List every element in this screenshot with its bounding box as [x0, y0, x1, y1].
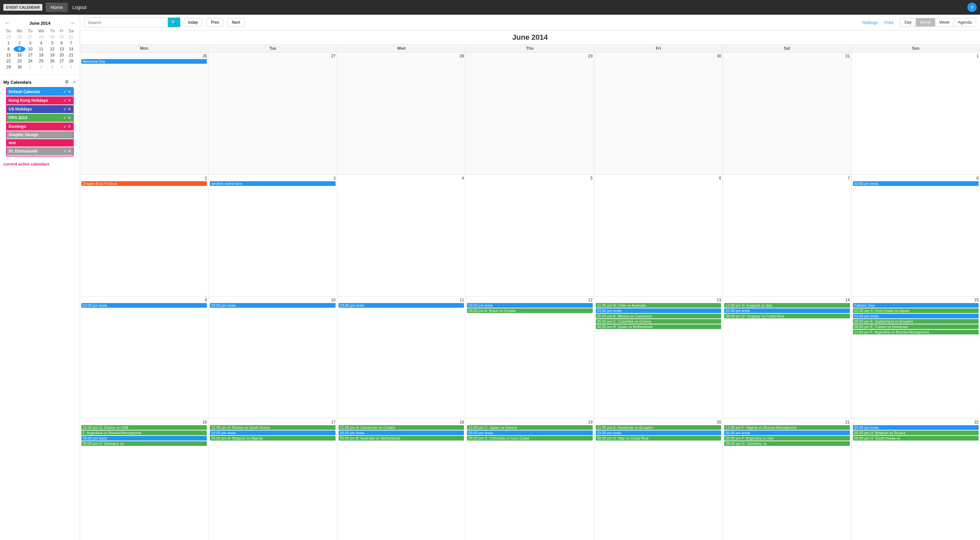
- event-pill[interactable]: Fathers' Day: [853, 303, 978, 308]
- nav-logout[interactable]: Logout: [68, 3, 91, 12]
- print-link[interactable]: Print: [885, 20, 894, 25]
- mini-cal-day[interactable]: 19: [48, 52, 57, 58]
- event-pill[interactable]: 11:00 pm H: Russia vs South Korea: [210, 425, 335, 430]
- cal-day-cell[interactable]: 1611:00 pm G: Ghana vs USAF: Argentina v…: [80, 419, 208, 540]
- event-pill[interactable]: 03:00 pm testa: [339, 303, 464, 308]
- help-button[interactable]: ?: [967, 3, 977, 12]
- mini-cal-day[interactable]: 31: [66, 34, 76, 40]
- cal-remove-icon[interactable]: ✕: [68, 124, 71, 129]
- event-pill[interactable]: 08:00 pm H: South Korea vs: [853, 436, 978, 441]
- calendar-item[interactable]: Dr. Emmanuelli ✓ ✕: [7, 147, 73, 155]
- view-tab-agenda[interactable]: Agenda: [954, 18, 976, 26]
- cal-remove-icon[interactable]: ✕: [68, 115, 71, 120]
- event-pill[interactable]: 02:00 am C: Ivory Coast vs Japan: [853, 308, 978, 313]
- mini-cal-day[interactable]: 1: [3, 40, 14, 46]
- cal-remove-icon[interactable]: ✕: [68, 107, 71, 112]
- mini-cal-day[interactable]: 3: [48, 64, 57, 70]
- event-pill[interactable]: 03:00 pm testa: [81, 436, 207, 441]
- event-pill[interactable]: 11:00 pm D: England vs Italy: [724, 303, 850, 308]
- event-pill[interactable]: 03:00 pm testa: [853, 314, 978, 319]
- event-pill[interactable]: Dragon Boat Festival: [81, 181, 207, 186]
- event-pill[interactable]: 03:00 pm testa: [853, 425, 978, 430]
- event-pill[interactable]: 03:00 pm testa: [596, 430, 721, 435]
- cal-day-cell[interactable]: 31: [723, 53, 851, 174]
- mini-cal-day[interactable]: 27: [57, 58, 66, 64]
- event-pill[interactable]: 03:00 pm testa: [81, 303, 207, 308]
- calendar-item[interactable]: FIFA 2014 ✓ ✕: [7, 114, 73, 122]
- mini-cal-day[interactable]: 23: [14, 58, 25, 64]
- mini-cal-day[interactable]: 18: [35, 52, 48, 58]
- event-pill[interactable]: 05:00 pm G: Germany vs: [81, 441, 207, 446]
- prev-button[interactable]: Prev: [207, 18, 223, 27]
- mini-cal-day[interactable]: 10: [25, 46, 35, 52]
- calendar-item[interactable]: test: [7, 139, 73, 147]
- event-pill[interactable]: 05:00 pm C: Colombia vs Greece: [596, 319, 721, 324]
- nav-home[interactable]: Home: [46, 3, 67, 12]
- cal-day-cell[interactable]: 1911:00 pm C: Japan vs Greece03:00 pm te…: [466, 419, 594, 540]
- cal-day-cell[interactable]: 7: [723, 175, 851, 296]
- calendar-item[interactable]: US Holidays ✓ ✕: [7, 105, 73, 113]
- event-pill[interactable]: 08:00 pm G: Germany vs: [724, 441, 850, 446]
- mini-cal-day[interactable]: 28: [66, 58, 76, 64]
- event-pill[interactable]: 05:00 pm F: Argentina vs Iran: [724, 436, 850, 441]
- mini-cal-day[interactable]: 14: [66, 46, 76, 52]
- event-pill[interactable]: 11:00 pm B: Chile vs Australia: [596, 303, 721, 308]
- cal-remove-icon[interactable]: ✕: [68, 89, 71, 94]
- mini-cal-day[interactable]: 20: [57, 52, 66, 58]
- mini-cal-next[interactable]: →: [68, 20, 76, 26]
- event-pill[interactable]: 11:00 pm F: Nigeria vs Bosnia-Hercegovin…: [724, 425, 850, 430]
- event-pill[interactable]: 05:00 pm A: Mexico vs Cameroon: [596, 314, 721, 319]
- cal-day-cell[interactable]: 1103:00 pm testa: [337, 296, 466, 418]
- event-pill[interactable]: 09:00 pm A: Brazil vs Croatia: [467, 308, 592, 313]
- calendar-item[interactable]: Default Calendar ✓ ✕: [7, 88, 73, 96]
- event-pill[interactable]: 11:00 pm A: Cameroon vs Croatia: [339, 425, 464, 430]
- cal-day-cell[interactable]: 2111:00 pm F: Nigeria vs Bosnia-Hercegov…: [723, 419, 851, 540]
- mini-cal-day[interactable]: 5: [48, 40, 57, 46]
- mini-cal-day[interactable]: 29: [48, 34, 57, 40]
- event-pill[interactable]: 03:00 pm testa: [596, 308, 721, 313]
- mini-cal-day[interactable]: 29: [3, 64, 14, 70]
- mini-cal-day[interactable]: 28: [35, 34, 48, 40]
- mini-cal-day[interactable]: 17: [25, 52, 35, 58]
- cal-day-cell[interactable]: 6: [594, 175, 723, 296]
- mini-cal-day[interactable]: 7: [66, 40, 76, 46]
- cal-remove-icon[interactable]: ✕: [68, 149, 71, 153]
- today-button[interactable]: today: [184, 18, 202, 27]
- search-button[interactable]: 🔍: [168, 18, 180, 27]
- event-pill[interactable]: 05:00 pm H: Belgium vs Algeria: [210, 436, 335, 441]
- mini-cal-day[interactable]: 12: [48, 46, 57, 52]
- mini-cal-day[interactable]: 21: [66, 52, 76, 58]
- event-pill[interactable]: 05:00 pm B: Australia vs Netherlands: [339, 436, 464, 441]
- mini-cal-day[interactable]: 4: [35, 40, 48, 46]
- view-tab-week[interactable]: Week: [935, 18, 954, 26]
- cal-day-cell[interactable]: 1811:00 pm A: Cameroon vs Croatia03:00 p…: [337, 419, 466, 540]
- calendar-item[interactable]: Graphic Design: [7, 131, 73, 139]
- mini-cal-day[interactable]: 24: [25, 58, 35, 64]
- event-pill[interactable]: 11:00 pm C: Japan vs Greece: [467, 425, 592, 430]
- mini-cal-day[interactable]: 2: [35, 64, 48, 70]
- mini-cal-day[interactable]: 25: [35, 58, 48, 64]
- event-pill[interactable]: Memorial Day: [81, 59, 207, 64]
- event-pill[interactable]: 08:00 pm D: Uruguay vs Costa Rica: [724, 314, 850, 319]
- cal-day-cell[interactable]: 26Memorial Day: [80, 53, 208, 174]
- cal-day-cell[interactable]: 5: [466, 175, 594, 296]
- mini-cal-day[interactable]: 8: [3, 46, 14, 52]
- event-pill[interactable]: 11:00 pm E: Honduras vs Ecuador: [596, 425, 721, 430]
- cal-day-cell[interactable]: 1711:00 pm H: Russia vs South Korea03:00…: [208, 419, 337, 540]
- event-pill[interactable]: 03:00 pm testa: [853, 181, 978, 186]
- calendar-item[interactable]: Domingo ✓ ✕: [7, 123, 73, 131]
- event-pill[interactable]: 03:00 pm testa: [467, 303, 592, 308]
- cal-day-cell[interactable]: 28: [337, 53, 466, 174]
- event-pill[interactable]: 03:00 pm testa: [339, 430, 464, 435]
- calendar-item[interactable]: Hong Kong Holidays ✓ ✕: [7, 96, 73, 105]
- mini-cal-day[interactable]: 4: [57, 64, 66, 70]
- event-pill[interactable]: 03:00 pm testa: [724, 308, 850, 313]
- event-pill[interactable]: another event here: [210, 181, 335, 186]
- mini-cal-day[interactable]: 3: [25, 40, 35, 46]
- mini-cal-day[interactable]: 26: [48, 58, 57, 64]
- mini-cal-day[interactable]: 2: [14, 40, 25, 46]
- mini-cal-day[interactable]: 15: [3, 52, 14, 58]
- event-pill[interactable]: 08:00 pm E: France vs Honduras: [853, 324, 978, 329]
- mini-cal-prev[interactable]: ←: [3, 20, 11, 26]
- cal-day-cell[interactable]: 2011:00 pm E: Honduras vs Ecuador03:00 p…: [594, 419, 723, 540]
